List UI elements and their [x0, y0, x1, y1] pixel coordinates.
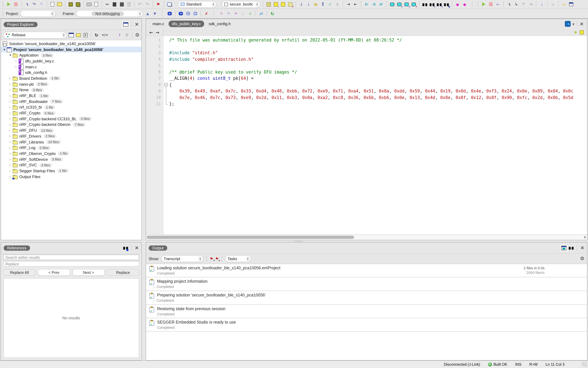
chevron-down-icon[interactable]: ∨ [572, 22, 575, 26]
tree-item[interactable]: Solution 'secure_bootloader_ble_s140_pca… [1, 41, 141, 46]
collapsed-arrow-icon[interactable]: ▷ [8, 112, 12, 115]
collapsed-arrow-icon[interactable]: ▷ [8, 158, 12, 161]
editor-tab-sdk_config.h[interactable]: sdk_config.h [206, 21, 234, 27]
build-configuration-select[interactable]: Release ▲▼ [3, 32, 67, 38]
code-line[interactable]: 1/* This file was automatically generate… [146, 37, 587, 43]
replace-button[interactable]: Replace [107, 269, 139, 276]
code-line[interactable]: 8−{ [146, 82, 587, 88]
tree-item[interactable]: ▷main.c [1, 64, 141, 70]
collapsed-arrow-icon[interactable]: ▷ [8, 175, 12, 178]
tasks-select[interactable]: Tasks ▲▼ [225, 255, 251, 262]
quick-watch-button[interactable]: ⇨ [561, 1, 567, 7]
compare-button[interactable]: ⇄ [259, 11, 264, 17]
collapsed-arrow-icon[interactable]: ▷ [8, 135, 12, 138]
print-preview-button[interactable] [93, 1, 99, 7]
refresh-button[interactable]: ↻ [270, 11, 275, 17]
code-editor[interactable]: 1/* This file was automatically generate… [146, 36, 587, 234]
project-explorer-settings-icon[interactable]: ⚙ [135, 33, 139, 37]
tree-item[interactable]: ▼Project 'secure_bootloader_ble_s140_pca… [1, 46, 141, 52]
session-add-button[interactable]: + [247, 11, 253, 17]
collapsed-arrow-icon[interactable]: ▷ [8, 164, 12, 167]
collapsed-arrow-icon[interactable]: ▷ [8, 146, 12, 149]
debug-step-out-button[interactable]: ↱ [521, 1, 526, 7]
collapsed-arrow-icon[interactable]: ▷ [8, 118, 12, 120]
frame-select[interactable]: Not debugging▲▼ [76, 10, 143, 17]
debug-run-button[interactable] [481, 1, 486, 7]
navigate-back-icon[interactable]: ← [149, 30, 153, 35]
attach-list-button[interactable]: ≡ [313, 1, 318, 7]
find-button[interactable] [422, 1, 428, 7]
toggle-bookmark-button[interactable] [389, 1, 395, 7]
clear-bookmarks-button[interactable]: ✗ [411, 1, 416, 7]
print-button[interactable] [86, 1, 92, 7]
error-flag-icon[interactable]: ⚑▾ [210, 256, 213, 261]
transcript-entry[interactable]: ✓Mapping project information▷Completed [146, 277, 587, 291]
debug-goto-exec-button[interactable]: ⇣ [539, 1, 544, 7]
show-project-icon[interactable] [69, 33, 74, 37]
debug-pointer-button[interactable]: ☝ [568, 1, 574, 7]
tree-item[interactable]: ▷nano-pb2 files [1, 81, 141, 87]
code-line[interactable]: 7__ALIGN(4) const uint8_t pk[64] = [146, 75, 587, 82]
workspace-select[interactable]: Standard▲▼ [178, 1, 217, 8]
tree-item[interactable]: ▷Board Definition1 file [1, 75, 141, 81]
tree-item[interactable]: ▷None3 files [1, 87, 141, 93]
stepper-icon[interactable]: ▲▼ [62, 32, 66, 38]
save-all-button[interactable] [75, 1, 81, 7]
horizontal-scrollbar[interactable]: ⇕ [146, 234, 587, 240]
tree-item[interactable]: ▷nrf_cc310_bl1 file [1, 104, 141, 110]
tree-item[interactable]: ▷nRF_Crypto5 files [1, 110, 141, 116]
navigate-forward-icon[interactable]: → [156, 30, 159, 35]
dock-window-icon[interactable] [123, 22, 128, 27]
find-references-icon[interactable] [123, 245, 128, 251]
transcript-entry[interactable]: ✓Loading solution secure_bootloader_ble_… [146, 264, 587, 277]
indent-button[interactable]: ⇥ [346, 1, 351, 7]
collapsed-arrow-icon[interactable]: ▷ [8, 100, 12, 103]
build-mini-icon[interactable] [580, 30, 584, 34]
new-file-button[interactable] [50, 1, 55, 7]
collapsed-arrow-icon[interactable]: ▷ [14, 60, 18, 63]
run-mini-icon[interactable] [575, 31, 577, 34]
tree-item[interactable]: ▷nRF_Drivers2 files [1, 133, 141, 139]
collapsed-arrow-icon[interactable]: ▷ [8, 77, 12, 80]
enable-breakpoints-button[interactable]: ▸ [193, 11, 198, 17]
comment-button[interactable]: ⇇ [364, 1, 370, 7]
stepper-icon[interactable]: ▲▼ [50, 11, 54, 16]
transcript-entry[interactable]: ✓Restoring state from previous sessionCo… [146, 305, 587, 318]
project-explorer-title-tab[interactable]: Project Explorer [4, 22, 37, 27]
collapsed-arrow-icon[interactable]: ▷ [8, 106, 12, 109]
session-prev-button[interactable]: ⚑ [219, 11, 224, 17]
find-in-output-icon[interactable] [569, 245, 574, 251]
tree-item[interactable]: sdk_config.h [1, 70, 141, 75]
scrollbar-thumb[interactable] [147, 236, 354, 239]
frame-up-button[interactable]: ▲ [145, 11, 150, 17]
close-project-explorer-button[interactable]: × [135, 22, 139, 27]
filter-icon[interactable]: ▽ [124, 32, 129, 38]
transcript-entry[interactable]: ✓Preparing solution 'secure_bootloader_b… [146, 291, 587, 305]
disable-breakpoints-button[interactable]: ‖ [185, 11, 191, 17]
search-within-results-input[interactable]: Search within results [3, 255, 139, 260]
frame-down-button[interactable]: ▼ [152, 11, 158, 17]
debug-step-over-button[interactable]: ↳ [514, 1, 519, 7]
next-button[interactable]: Next > [72, 269, 105, 276]
open-file-button[interactable] [57, 1, 62, 7]
output-title-tab[interactable]: Output [149, 245, 167, 250]
tree-item[interactable]: ▷nRF_SVC3 files [1, 162, 141, 168]
warning-flag-icon[interactable]: ⚑▸ [215, 256, 219, 261]
tree-item[interactable]: ▷nRF_BLE1 file [1, 93, 141, 99]
tree-item[interactable]: ▷nRF_SoftDevice3 files [1, 156, 141, 162]
close-references-button[interactable]: × [135, 245, 139, 250]
find-next-button[interactable]: → [436, 1, 442, 7]
tree-item[interactable]: ▷nRF_Libraries19 files [1, 139, 141, 145]
collapsed-arrow-icon[interactable]: ▷ [8, 169, 12, 172]
tree-item[interactable]: ▷nRF_Log2 files [1, 145, 141, 151]
prev-diff-button[interactable]: ◆ [455, 1, 460, 7]
debug-step-into-button[interactable]: ↴ [506, 1, 512, 7]
editor-tab-dfu_public_key.c[interactable]: dfu_public_key.c [169, 21, 204, 27]
expanded-arrow-icon[interactable]: ▼ [2, 48, 7, 51]
debug-stop-button[interactable] [488, 1, 494, 7]
prev-bookmark-button[interactable]: ← [397, 1, 402, 7]
transcript-book-icon[interactable] [561, 246, 567, 250]
prev-button[interactable]: < Prev [38, 269, 70, 276]
stepper-icon[interactable]: ▲▼ [246, 256, 250, 261]
cancel-build-button[interactable]: ✗ [288, 1, 293, 7]
